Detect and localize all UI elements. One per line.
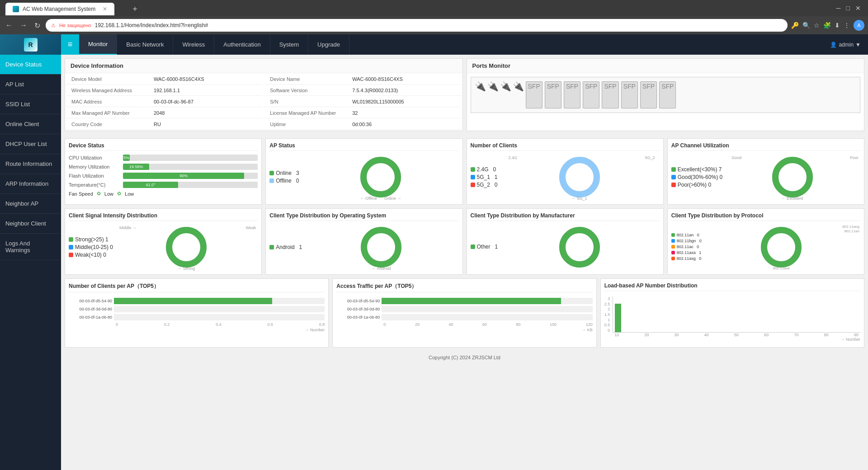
field-value: WAC-6000-8S16C4XS	[347, 74, 461, 85]
fan-label: Fan Speed	[69, 191, 93, 197]
cpu-label: CPU Utilization	[69, 155, 123, 160]
password-icon[interactable]: 🔑	[791, 22, 799, 29]
traffic-x-label: → KB	[336, 327, 592, 332]
memory-progress-fill: 19.58%	[123, 164, 149, 170]
sidebar-item-ap-list[interactable]: AP List	[0, 75, 61, 94]
minimize-button[interactable]: ─	[836, 5, 841, 12]
protocol-axg-dot	[671, 257, 675, 260]
nav-item-wireless[interactable]: Wireless	[173, 34, 214, 55]
username-label: admin	[839, 42, 854, 48]
protocol-axg-label: 802.11axg 0	[677, 256, 702, 261]
client-manufacturer-title: Client Type Distribution by Manufacturer	[471, 212, 660, 221]
nav-item-upgrade[interactable]: Upgrade	[308, 34, 349, 55]
user-icon: 👤	[830, 42, 837, 48]
sidebar-item-neighbor-ap[interactable]: Neighbor AP	[0, 194, 61, 214]
address-bar[interactable]: ⚠ Не защищено 192.168.1.1/Home/Index/ind…	[46, 19, 788, 32]
sidebar-item-ssid-list[interactable]: SSID List	[0, 94, 61, 114]
clients-5g2-label: 5G_2 0	[477, 182, 498, 188]
profile-avatar[interactable]: A	[854, 20, 864, 31]
poor-label: Poor(>60%) 0	[678, 182, 711, 188]
ap-online-legend: Online 3	[269, 170, 299, 176]
port-sfp-5: SFP	[602, 81, 618, 108]
footer: Copyright (C) 2024 ZRJSCM Ltd	[65, 351, 864, 364]
svg-point-11	[562, 230, 597, 264]
sidebar-item-arp-information[interactable]: ARP Information	[0, 174, 61, 194]
forward-button[interactable]: →	[18, 19, 29, 31]
bar-track-3	[114, 314, 325, 320]
browser-window: AC Web Management System ✕ + ─ □ ✕ ← → ↻…	[0, 0, 868, 34]
svg-point-7	[169, 230, 203, 264]
extension-icon[interactable]: 🧩	[823, 22, 831, 29]
svg-point-13	[764, 230, 798, 264]
ap-status-donut-chart	[358, 155, 403, 200]
table-row: S/N WL019820L115000005	[264, 97, 461, 107]
client-protocol-widget: Client Type Distribution by Protocol 802…	[667, 208, 864, 275]
tab-title: AC Web Management System	[23, 6, 95, 12]
temp-progress-bar: 41.0°	[123, 182, 258, 188]
device-status-widget: Device Status CPU Utilization 5% Memory …	[65, 138, 262, 205]
protocol-axe-bottom-label: 802.11axe	[773, 266, 790, 270]
refresh-button[interactable]: ↻	[33, 19, 42, 32]
nav-item-authentication[interactable]: Authentication	[214, 34, 270, 55]
sidebar-item-dhcp-user-list[interactable]: DHCP User List	[0, 134, 61, 154]
strong-legend: Strong(>25) 1	[69, 236, 113, 243]
clients-5g2-top-label: 5G_2	[645, 155, 655, 160]
nav-item-basic-network[interactable]: Basic Network	[117, 34, 173, 55]
close-button[interactable]: ✕	[855, 5, 861, 12]
sidebar-item-route-information[interactable]: Route Information	[0, 154, 61, 174]
nav-item-system[interactable]: System	[270, 34, 308, 55]
insecure-label: Не защищено	[59, 23, 91, 28]
main-layout: Device Status AP List SSID List Online C…	[0, 55, 868, 470]
ap-online-dot	[269, 171, 274, 175]
clients-5g1-bottom-label: ← 5G_1	[572, 196, 587, 201]
client-os-widget: Client Type Distribution by Operating Sy…	[265, 208, 462, 275]
sidebar-item-online-client[interactable]: Online Client	[0, 114, 61, 134]
bar-fill-1	[114, 298, 272, 304]
maximize-button[interactable]: □	[846, 5, 850, 12]
strong-label: Strong(>25) 1	[75, 236, 108, 243]
field-label: Device Model	[66, 74, 147, 85]
sidebar-item-device-status[interactable]: Device Status	[0, 55, 61, 75]
bar-row-2: 00-03-0f-3d-0d-80	[69, 306, 325, 312]
field-label: License Managed AP Number	[264, 108, 346, 118]
zoom-icon[interactable]: 🔍	[802, 22, 810, 29]
nav-item-monitor[interactable]: Monitor	[79, 34, 117, 55]
load-x-label: → Number	[613, 337, 860, 342]
user-dropdown-icon[interactable]: ▼	[855, 42, 861, 48]
field-value: 2048	[148, 108, 263, 118]
field-label: Device Name	[264, 74, 346, 85]
load-bars-container	[613, 296, 860, 333]
fan-speed-row: Fan Speed ✿ Low ✿ Low	[69, 191, 258, 197]
client-dist-row: Client Signal Intensity Distribution Str…	[65, 208, 864, 275]
back-button[interactable]: ←	[4, 19, 14, 31]
bar-label-1: 00-03-0f-d5-54-90	[69, 299, 114, 303]
table-row: Wireless Managed Address 192.168.1.1	[66, 85, 263, 96]
os-donut-chart	[359, 225, 404, 270]
poor-legend: Poor(>60%) 0	[671, 182, 722, 188]
device-info-table-left: Device Model WAC-6000-8S16C4XS Wireless …	[65, 73, 264, 131]
menu-hamburger-icon[interactable]: ≡	[61, 34, 79, 55]
active-tab[interactable]: AC Web Management System ✕	[5, 3, 114, 15]
protocol-an-dot	[671, 233, 675, 237]
fan-icon-1: ✿	[97, 191, 101, 197]
svg-point-1	[363, 160, 398, 194]
port-sfp-2: SFP	[545, 81, 561, 108]
traffic-bar-label-3: 00-03-0f-1a-06-80	[336, 315, 382, 320]
sidebar-item-logs-warnings[interactable]: Logs And Warnings	[0, 234, 61, 260]
traffic-bar-row-3: 00-03-0f-1a-06-80	[336, 314, 592, 320]
sidebar-item-neighbor-client[interactable]: Neighbor Client	[0, 214, 61, 234]
download-icon[interactable]: ⬇	[835, 22, 840, 29]
cpu-progress-bar: 5%	[123, 155, 258, 161]
android-legend: Android 1	[269, 244, 302, 250]
flash-label: Flash Utilization	[69, 173, 123, 179]
middle-legend: Middle(10-25) 0	[69, 244, 113, 250]
settings-icon[interactable]: ⋮	[844, 22, 850, 29]
sidebar: Device Status AP List SSID List Online C…	[0, 55, 61, 470]
svg-point-5	[775, 160, 810, 194]
flash-progress-fill: 90%	[123, 173, 244, 179]
new-tab-button[interactable]: +	[132, 5, 137, 14]
poor-dot	[671, 183, 676, 187]
bookmark-icon[interactable]: ☆	[814, 22, 820, 29]
signal-legend: Strong(>25) 1 Middle(10-25) 0 Weak(<10) …	[69, 236, 113, 259]
tab-close-button[interactable]: ✕	[103, 6, 107, 12]
